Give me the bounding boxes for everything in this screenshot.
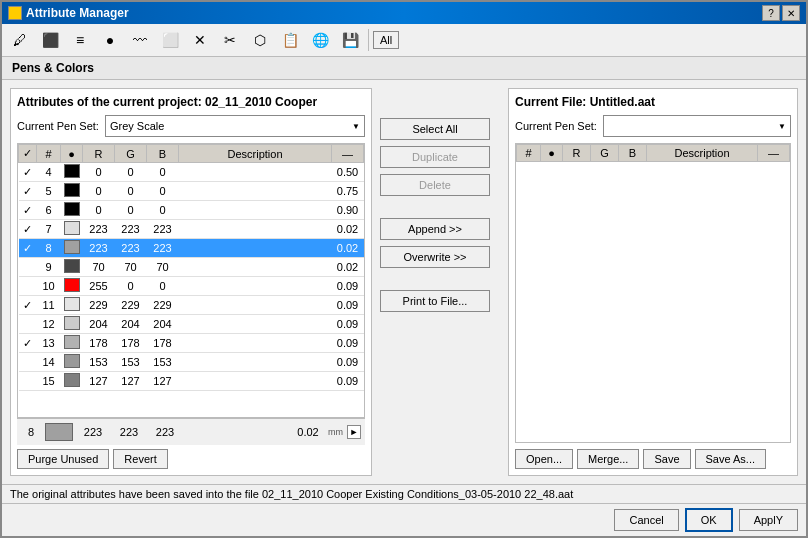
pen-set-label: Current Pen Set: [17, 120, 99, 132]
save-as-btn[interactable]: Save As... [695, 449, 767, 469]
desc-cell [179, 372, 332, 391]
right-desc-header: Description [647, 145, 758, 162]
r-cell: 229 [83, 296, 115, 315]
g-header: G [115, 145, 147, 163]
overwrite-btn[interactable]: Overwrite >> [380, 246, 490, 268]
table-row[interactable]: ✓ 13 178 178 178 0.09 [19, 334, 364, 353]
all-button[interactable]: All [373, 31, 399, 49]
print-to-file-btn[interactable]: Print to File... [380, 290, 490, 312]
color-header: ● [61, 145, 83, 163]
num-cell: 12 [37, 315, 61, 334]
val-cell: 0.09 [332, 372, 364, 391]
right-table-area: # ● R G B Description — [515, 143, 791, 443]
pen-set-row: Current Pen Set: Grey Scale ▼ [17, 115, 365, 137]
cut-btn[interactable]: ✂ [216, 27, 244, 53]
footer-buttons: Cancel OK ApplY [614, 508, 798, 532]
pen-tool-btn[interactable]: 🖊 [6, 27, 34, 53]
toolbar: 🖊 ⬛ ≡ ● 〰 ⬜ ✕ ✂ ⬡ 📋 🌐 💾 All [2, 24, 806, 57]
r-cell: 153 [83, 353, 115, 372]
b-cell: 0 [147, 201, 179, 220]
save-btn[interactable]: 💾 [336, 27, 364, 53]
right-panel-title: Current File: Untitled.aat [515, 95, 791, 109]
table-row[interactable]: ✓ 7 223 223 223 0.02 [19, 220, 364, 239]
color-cell [61, 182, 83, 201]
left-table-container[interactable]: ✓ # ● R G B Description — ✓ 4 0 0 [17, 143, 365, 418]
open-btn[interactable]: Open... [515, 449, 573, 469]
right-g-header: G [591, 145, 619, 162]
right-pen-set-label: Current Pen Set: [515, 120, 597, 132]
delete-btn[interactable]: Delete [380, 174, 490, 196]
g-cell: 0 [115, 277, 147, 296]
wave-btn[interactable]: 〰 [126, 27, 154, 53]
b-cell: 0 [147, 163, 179, 182]
table-row[interactable]: 10 255 0 0 0.09 [19, 277, 364, 296]
table-row[interactable]: 12 204 204 204 0.09 [19, 315, 364, 334]
ok-button[interactable]: OK [685, 508, 733, 532]
title-bar-buttons: ? ✕ [762, 5, 800, 21]
help-button[interactable]: ? [762, 5, 780, 21]
box-btn[interactable]: ⬜ [156, 27, 184, 53]
table-row[interactable]: 15 127 127 127 0.09 [19, 372, 364, 391]
cancel-button[interactable]: Cancel [614, 509, 678, 531]
pen-set-select[interactable]: Grey Scale ▼ [105, 115, 365, 137]
table-row[interactable]: 9 70 70 70 0.02 [19, 258, 364, 277]
select-all-btn[interactable]: Select All [380, 118, 490, 140]
left-panel: Attributes of the current project: 02_11… [10, 88, 372, 476]
cross-btn[interactable]: ✕ [186, 27, 214, 53]
copy-btn[interactable]: 📋 [276, 27, 304, 53]
b-cell: 223 [147, 239, 179, 258]
table-row[interactable]: ✓ 8 223 223 223 0.02 [19, 239, 364, 258]
editor-unit: mm [328, 427, 343, 437]
color-btn[interactable]: ⬛ [36, 27, 64, 53]
g-cell: 178 [115, 334, 147, 353]
dot-btn[interactable]: ● [96, 27, 124, 53]
num-cell: 14 [37, 353, 61, 372]
right-r-header: R [563, 145, 591, 162]
main-content: Attributes of the current project: 02_11… [2, 80, 806, 484]
table-row[interactable]: ✓ 4 0 0 0 0.50 [19, 163, 364, 182]
revert-btn[interactable]: Revert [113, 449, 167, 469]
desc-cell [179, 220, 332, 239]
val-cell: 0.09 [332, 353, 364, 372]
save-btn[interactable]: Save [643, 449, 690, 469]
hex-btn[interactable]: ⬡ [246, 27, 274, 53]
editor-swatch[interactable] [45, 423, 73, 441]
table-row[interactable]: 14 153 153 153 0.09 [19, 353, 364, 372]
g-cell: 127 [115, 372, 147, 391]
table-row[interactable]: ✓ 6 0 0 0 0.90 [19, 201, 364, 220]
num-cell: 15 [37, 372, 61, 391]
g-cell: 229 [115, 296, 147, 315]
expand-btn[interactable]: ► [347, 425, 361, 439]
pen-rows-body: ✓ 4 0 0 0 0.50 ✓ 5 0 0 0 0.75 ✓ 6 0 0 0 … [19, 163, 364, 391]
b-cell: 70 [147, 258, 179, 277]
val-cell: 0.09 [332, 334, 364, 353]
purge-unused-btn[interactable]: Purge Unused [17, 449, 109, 469]
append-btn[interactable]: Append >> [380, 218, 490, 240]
desc-cell [179, 201, 332, 220]
table-row[interactable]: ✓ 11 229 229 229 0.09 [19, 296, 364, 315]
check-cell [19, 372, 37, 391]
apply-button[interactable]: ApplY [739, 509, 798, 531]
merge-btn[interactable]: Merge... [577, 449, 639, 469]
line-btn[interactable]: ≡ [66, 27, 94, 53]
val-header: — [332, 145, 364, 163]
editor-row: 8 223 223 223 0.02 mm ► [17, 418, 365, 445]
right-pen-set-select[interactable]: ▼ [603, 115, 791, 137]
val-cell: 0.02 [332, 258, 364, 277]
close-button[interactable]: ✕ [782, 5, 800, 21]
globe-btn[interactable]: 🌐 [306, 27, 334, 53]
val-cell: 0.09 [332, 315, 364, 334]
right-val-header: — [758, 145, 790, 162]
num-cell: 8 [37, 239, 61, 258]
check-cell: ✓ [19, 220, 37, 239]
right-panel: Current File: Untitled.aat Current Pen S… [508, 88, 798, 476]
toolbar-separator [368, 29, 369, 51]
desc-cell [179, 163, 332, 182]
val-cell: 0.90 [332, 201, 364, 220]
window-title: Attribute Manager [26, 6, 129, 20]
check-header: ✓ [19, 145, 37, 163]
duplicate-btn[interactable]: Duplicate [380, 146, 490, 168]
desc-header: Description [179, 145, 332, 163]
table-row[interactable]: ✓ 5 0 0 0 0.75 [19, 182, 364, 201]
b-cell: 0 [147, 182, 179, 201]
